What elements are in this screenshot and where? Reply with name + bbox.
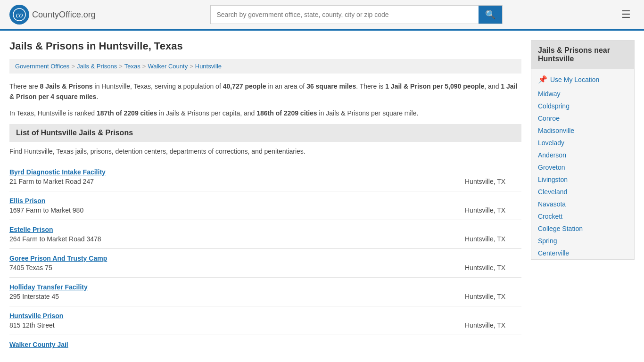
facility-name[interactable]: Walker County Jail — [9, 341, 521, 348]
facility-address: 815 12th Street — [9, 321, 55, 329]
nearby-city-link[interactable]: College Station — [538, 225, 583, 232]
site-header: co CountyOffice.org 🔍 ☰ — [0, 0, 644, 31]
sidebar-nearby-item: Madisonville — [531, 124, 634, 137]
facility-address: 1697 Farm to Market 980 — [9, 206, 83, 214]
facility-row: 1697 Farm to Market 980 Huntsville, TX — [9, 206, 521, 214]
facility-address: 295 Interstate 45 — [9, 293, 59, 300]
facility-city: Huntsville, TX — [465, 321, 521, 329]
breadcrumb: Government Offices > Jails & Prisons > T… — [9, 59, 521, 74]
description-line2: In Texas, Huntsville is ranked 187th of … — [9, 108, 521, 118]
nearby-city-link[interactable]: Navasota — [538, 200, 566, 208]
sidebar-nearby-item: Navasota — [531, 198, 634, 210]
facility-row: 295 Interstate 45 Huntsville, TX — [9, 293, 521, 300]
facility-row: 264 Farm to Market Road 3478 Huntsville,… — [9, 235, 521, 243]
breadcrumb-sep-2: > — [119, 63, 123, 70]
nearby-city-link[interactable]: Madisonville — [538, 127, 574, 134]
facility-city: Huntsville, TX — [465, 206, 521, 214]
content-area: Jails & Prisons in Huntsville, Texas Gov… — [9, 40, 521, 356]
nearby-city-link[interactable]: Centerville — [538, 249, 569, 257]
sidebar-nearby-item: Centerville — [531, 247, 634, 259]
nearby-city-link[interactable]: Cleveland — [538, 188, 567, 196]
nearby-city-link[interactable]: Lovelady — [538, 139, 564, 147]
find-description: Find Huntsville, Texas jails, prisons, d… — [9, 142, 521, 159]
facility-row: 815 12th Street Huntsville, TX — [9, 321, 521, 329]
breadcrumb-sep-1: > — [71, 63, 75, 70]
logo-area: co CountyOffice.org — [9, 5, 96, 25]
breadcrumb-texas[interactable]: Texas — [124, 63, 140, 70]
sidebar-nearby-item: Coldspring — [531, 100, 634, 112]
facility-name[interactable]: Huntsville Prison — [9, 312, 521, 320]
nearby-city-link[interactable]: Spring — [538, 237, 557, 245]
use-location-link[interactable]: Use My Location — [550, 76, 599, 83]
list-section-header: List of Huntsville Jails & Prisons — [9, 124, 521, 142]
facility-item: Byrd Diagnostic Intake Facility 21 Farm … — [9, 163, 521, 191]
facility-row: 7405 Texas 75 Huntsville, TX — [9, 264, 521, 272]
nearby-city-link[interactable]: Crockett — [538, 213, 562, 220]
sidebar-nearby-item: College Station — [531, 222, 634, 235]
facility-item: Holliday Transfer Facility 295 Interstat… — [9, 277, 521, 306]
facility-item: Ellis Prison 1697 Farm to Market 980 Hun… — [9, 191, 521, 220]
sidebar-nearby-item: Livingston — [531, 173, 634, 186]
breadcrumb-sep-4: > — [190, 63, 193, 70]
sidebar-box: Jails & Prisons near Huntsville 📌 Use My… — [531, 40, 635, 260]
menu-button[interactable]: ☰ — [618, 7, 635, 23]
facility-address: 7405 Texas 75 — [9, 264, 52, 272]
menu-icon: ☰ — [621, 8, 631, 20]
facility-city: Huntsville, TX — [465, 178, 521, 185]
search-button[interactable]: 🔍 — [479, 6, 502, 24]
facility-item: Walker County Jail — [9, 335, 521, 356]
sidebar-title: Jails & Prisons near Huntsville — [531, 41, 634, 69]
nearby-city-link[interactable]: Groveton — [538, 164, 565, 171]
facility-name[interactable]: Byrd Diagnostic Intake Facility — [9, 168, 521, 176]
facility-city: Huntsville, TX — [465, 293, 521, 300]
nearby-city-link[interactable]: Coldspring — [538, 102, 570, 110]
facility-name[interactable]: Goree Prison And Trusty Camp — [9, 255, 521, 262]
sidebar-nearby-item: Conroe — [531, 112, 634, 124]
page-title: Jails & Prisons in Huntsville, Texas — [9, 40, 521, 52]
breadcrumb-gov-offices[interactable]: Government Offices — [15, 63, 69, 70]
sidebar-nearby-item: Midway — [531, 88, 634, 100]
facility-list: Byrd Diagnostic Intake Facility 21 Farm … — [9, 163, 521, 356]
facility-item: Estelle Prison 264 Farm to Market Road 3… — [9, 220, 521, 248]
logo-name: CountyOffice — [32, 10, 81, 19]
nearby-city-link[interactable]: Conroe — [538, 115, 560, 122]
facility-name[interactable]: Estelle Prison — [9, 226, 521, 233]
description-line1: There are 8 Jails & Prisons in Huntsvill… — [9, 81, 521, 102]
sidebar-nearby-item: Crockett — [531, 210, 634, 222]
sidebar-nearby-item: Cleveland — [531, 186, 634, 198]
logo-icon: co — [9, 5, 29, 25]
breadcrumb-walker-county[interactable]: Walker County — [148, 63, 188, 70]
breadcrumb-sep-3: > — [142, 63, 146, 70]
nearby-city-link[interactable]: Anderson — [538, 151, 566, 159]
sidebar-nearby-item: Anderson — [531, 149, 634, 161]
nearby-city-link[interactable]: Livingston — [538, 176, 568, 183]
search-box: 🔍 — [210, 5, 503, 24]
nearby-list: MidwayColdspringConroeMadisonvilleLovela… — [531, 88, 634, 259]
search-input[interactable] — [211, 7, 479, 22]
pin-icon: 📌 — [538, 75, 547, 84]
breadcrumb-jails[interactable]: Jails & Prisons — [77, 63, 117, 70]
sidebar: Jails & Prisons near Huntsville 📌 Use My… — [531, 40, 635, 356]
logo-text: CountyOffice.org — [32, 10, 96, 20]
sidebar-nearby-item: Spring — [531, 235, 634, 247]
facility-address: 21 Farm to Market Road 247 — [9, 178, 94, 185]
facility-city: Huntsville, TX — [465, 235, 521, 243]
breadcrumb-huntsville[interactable]: Huntsville — [195, 63, 222, 70]
facility-name[interactable]: Holliday Transfer Facility — [9, 283, 521, 291]
main-container: Jails & Prisons in Huntsville, Texas Gov… — [0, 31, 644, 362]
nearby-city-link[interactable]: Midway — [538, 90, 560, 98]
facility-city: Huntsville, TX — [465, 264, 521, 272]
facility-address: 264 Farm to Market Road 3478 — [9, 235, 101, 243]
logo-suffix: .org — [81, 10, 96, 19]
facility-name[interactable]: Ellis Prison — [9, 197, 521, 205]
svg-text:co: co — [16, 11, 23, 19]
facility-row: 21 Farm to Market Road 247 Huntsville, T… — [9, 178, 521, 185]
use-location-row: 📌 Use My Location — [531, 73, 634, 88]
search-icon: 🔍 — [485, 10, 495, 19]
facility-item: Goree Prison And Trusty Camp 7405 Texas … — [9, 248, 521, 277]
facility-item: Huntsville Prison 815 12th Street Huntsv… — [9, 306, 521, 335]
sidebar-nearby-item: Groveton — [531, 161, 634, 173]
sidebar-nearby-item: Lovelady — [531, 137, 634, 149]
